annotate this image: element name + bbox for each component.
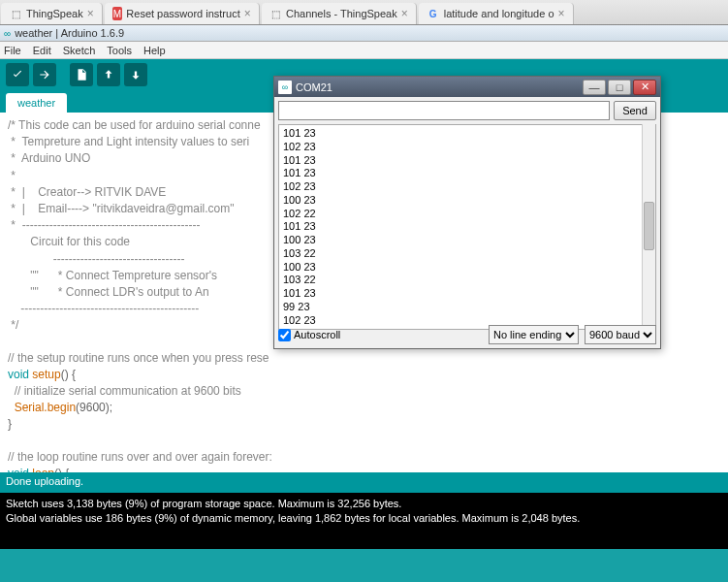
code-token: (9600); [76, 401, 112, 414]
scrollbar[interactable] [642, 124, 655, 328]
browser-tab-label: ThingSpeak [26, 8, 83, 19]
menu-file[interactable]: File [4, 45, 21, 56]
code-line: } [8, 417, 12, 431]
code-line: * Tempreture and Light intensity values … [8, 135, 249, 148]
code-line: * [8, 169, 22, 182]
browser-tab[interactable]: MReset password instruct× [105, 3, 260, 24]
code-token: () { [61, 368, 76, 381]
close-icon: ✕ [641, 81, 649, 93]
serial-line: 103 22 [283, 274, 651, 287]
autoscroll-input[interactable] [278, 329, 291, 341]
code-line: // the loop routine runs over and over a… [8, 450, 272, 464]
serial-title-bar[interactable]: ∞ COM21 — □ ✕ [274, 77, 660, 97]
maximize-icon: □ [617, 81, 623, 93]
code-token: .begin [44, 401, 76, 414]
browser-tab-strip: ⬚ThingSpeak× MReset password instruct× ⬚… [0, 0, 728, 25]
build-output: Sketch uses 3,138 bytes (9%) of program … [0, 493, 728, 549]
serial-title: COM21 [296, 81, 332, 93]
code-line: */ [8, 318, 18, 332]
status-bar: Done uploading. [0, 472, 728, 493]
code-token: loop [29, 467, 54, 472]
console-line: Sketch uses 3,138 bytes (9%) of program … [6, 497, 722, 511]
console-line: Global variables use 186 bytes (9%) of d… [6, 511, 722, 526]
code-line: "" * Connect LDR's output to An [8, 285, 209, 299]
serial-monitor-window: ∞ COM21 — □ ✕ Send 101 23102 23101 23101… [273, 76, 661, 349]
close-icon[interactable]: × [244, 7, 251, 20]
site-icon: G [427, 7, 440, 20]
verify-button[interactable] [6, 63, 29, 86]
send-button[interactable]: Send [614, 101, 656, 120]
menu-tools[interactable]: Tools [107, 45, 132, 56]
serial-line: 101 23 [283, 127, 651, 141]
code-line: // the setup routine runs once when you … [8, 351, 269, 365]
minimize-icon: — [589, 81, 600, 93]
serial-line: 101 23 [283, 167, 651, 180]
serial-line: 102 22 [283, 208, 651, 221]
arduino-icon: ∞ [278, 81, 292, 94]
browser-tab-label: Reset password instruct [126, 8, 239, 19]
code-line: * | Email----> "ritvikdaveidra@gmail.com… [8, 202, 235, 215]
code-token: setup [29, 368, 61, 381]
code-line: * | Creator--> RITVIK DAVE [8, 185, 166, 199]
serial-input[interactable] [278, 101, 610, 120]
serial-line: 101 23 [283, 220, 651, 234]
close-icon[interactable]: × [87, 7, 94, 20]
serial-line: 100 23 [283, 194, 651, 208]
check-icon [11, 68, 24, 81]
upload-button[interactable] [33, 63, 56, 86]
minimize-button[interactable]: — [583, 80, 606, 95]
arrow-right-icon [38, 68, 51, 81]
browser-tab[interactable]: Glatitude and longitude o× [419, 3, 574, 24]
serial-line: 101 23 [283, 154, 651, 168]
file-icon [75, 68, 88, 81]
menu-help[interactable]: Help [143, 45, 166, 56]
baud-select[interactable]: 9600 baud [585, 325, 656, 344]
arrow-down-icon [129, 68, 142, 81]
code-line: ----------------------------------------… [8, 302, 199, 315]
code-line: * Arduino UNO [8, 151, 90, 165]
close-icon[interactable]: × [558, 7, 565, 20]
code-token: void [8, 467, 29, 472]
scrollbar-thumb[interactable] [644, 202, 654, 250]
site-icon: M [112, 7, 123, 20]
menu-edit[interactable]: Edit [33, 45, 51, 56]
code-line: "" * Connect Tempreture sensor's [8, 269, 217, 282]
close-icon[interactable]: × [401, 7, 408, 20]
serial-line: 100 23 [283, 261, 651, 275]
browser-tab[interactable]: ⬚Channels - ThingSpeak× [262, 3, 417, 24]
site-icon: ⬚ [269, 7, 282, 20]
bottom-panel [0, 549, 728, 582]
code-line: /* This code can be used for arduino ser… [8, 118, 261, 132]
code-line: Circuit for this code [8, 235, 130, 248]
code-line: ---------------------------------- [8, 252, 185, 266]
close-button[interactable]: ✕ [633, 80, 656, 95]
menu-sketch[interactable]: Sketch [63, 45, 96, 56]
autoscroll-label: Autoscroll [294, 329, 340, 340]
open-button[interactable] [97, 63, 120, 86]
serial-output[interactable]: 101 23102 23101 23101 23102 23100 23102 … [278, 124, 656, 330]
serial-line: 102 23 [283, 180, 651, 194]
code-line: * --------------------------------------… [8, 218, 201, 232]
maximize-button[interactable]: □ [608, 80, 631, 95]
save-button[interactable] [124, 63, 147, 86]
code-token: void [8, 368, 29, 381]
code-token: () { [54, 467, 69, 472]
arrow-up-icon [102, 68, 115, 81]
site-icon: ⬚ [9, 7, 22, 20]
serial-line: 102 23 [283, 141, 651, 154]
code-line: // initialize serial communication at 96… [8, 384, 244, 398]
browser-tab[interactable]: ⬚ThingSpeak× [1, 3, 103, 24]
code-token: Serial [8, 401, 44, 414]
serial-line: 103 22 [283, 247, 651, 261]
serial-line: 99 23 [283, 301, 651, 314]
browser-tab-label: latitude and longitude o [444, 8, 554, 19]
browser-tab-label: Channels - ThingSpeak [286, 8, 397, 19]
menu-bar: File Edit Sketch Tools Help [0, 42, 728, 59]
autoscroll-checkbox[interactable]: Autoscroll [278, 329, 340, 341]
line-ending-select[interactable]: No line ending [489, 325, 579, 344]
app-title-bar: ∞ weather | Arduino 1.6.9 [0, 25, 728, 42]
new-button[interactable] [70, 63, 93, 86]
serial-line: 100 23 [283, 234, 651, 247]
arduino-icon: ∞ [4, 28, 11, 39]
editor-tab[interactable]: weather [6, 93, 67, 113]
